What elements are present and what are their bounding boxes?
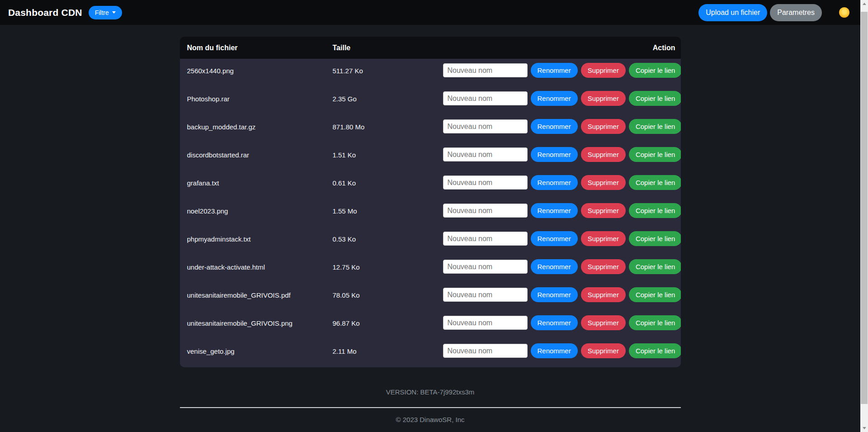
delete-button[interactable]: Supprimer [581, 175, 626, 190]
rename-button[interactable]: Renommer [531, 287, 578, 302]
copy-link-button[interactable]: Copier le lien [629, 343, 681, 358]
column-header-filename: Nom du fichier [180, 44, 333, 52]
file-size: 0.61 Ko [333, 175, 443, 189]
column-header-action: Action [443, 44, 681, 52]
rename-button[interactable]: Renommer [531, 231, 578, 246]
new-name-input[interactable] [443, 288, 528, 302]
table-row: noel2023.png 1.55 Mo Renommer Supprimer … [180, 199, 681, 227]
files-table: Nom du fichier Taille Action 2560x1440.p… [180, 37, 681, 367]
table-row: unitesanitairemobile_GRIVOIS.png 96.87 K… [180, 311, 681, 339]
file-name: unitesanitairemobile_GRIVOIS.pdf [180, 287, 333, 301]
table-row: 2560x1440.png 511.27 Ko Renommer Supprim… [180, 59, 681, 87]
arrow-down-icon [863, 427, 866, 429]
table-row: venise_geto.jpg 2.11 Mo Renommer Supprim… [180, 339, 681, 367]
delete-button[interactable]: Supprimer [581, 315, 626, 330]
filter-dropdown-button[interactable]: Filtre [89, 6, 122, 19]
copy-link-button[interactable]: Copier le lien [629, 203, 681, 218]
file-actions: Renommer Supprimer Copier le lien [443, 259, 681, 274]
copy-link-button[interactable]: Copier le lien [629, 315, 681, 330]
delete-button[interactable]: Supprimer [581, 343, 626, 358]
file-actions: Renommer Supprimer Copier le lien [443, 287, 681, 302]
rename-button[interactable]: Renommer [531, 259, 578, 274]
file-name: discordbotstarted.rar [180, 147, 333, 161]
new-name-input[interactable] [443, 344, 528, 358]
file-name: under-attack-activate.html [180, 259, 333, 273]
file-size: 2.35 Go [333, 91, 443, 104]
settings-button[interactable]: Parametres [770, 4, 822, 21]
scrollbar-up-arrow[interactable] [860, 0, 868, 8]
copy-link-button[interactable]: Copier le lien [629, 175, 681, 190]
copy-link-button[interactable]: Copier le lien [629, 119, 681, 134]
file-size: 1.51 Ko [333, 147, 443, 161]
rename-button[interactable]: Renommer [531, 175, 578, 190]
file-size: 1.55 Mo [333, 203, 443, 217]
copy-link-button[interactable]: Copier le lien [629, 63, 681, 78]
rename-button[interactable]: Renommer [531, 343, 578, 358]
delete-button[interactable]: Supprimer [581, 287, 626, 302]
delete-button[interactable]: Supprimer [581, 231, 626, 246]
file-actions: Renommer Supprimer Copier le lien [443, 343, 681, 358]
file-size: 511.27 Ko [333, 63, 443, 76]
new-name-input[interactable] [443, 119, 528, 133]
file-size: 12.75 Ko [333, 259, 443, 273]
file-size: 96.87 Ko [333, 315, 443, 329]
new-name-input[interactable] [443, 147, 528, 161]
table-header-row: Nom du fichier Taille Action [180, 37, 681, 59]
table-row: Photoshop.rar 2.35 Go Renommer Supprimer… [180, 87, 681, 115]
file-actions: Renommer Supprimer Copier le lien [443, 203, 681, 218]
copy-link-button[interactable]: Copier le lien [629, 287, 681, 302]
file-size: 78.05 Ko [333, 287, 443, 301]
copy-link-button[interactable]: Copier le lien [629, 91, 681, 106]
file-size: 2.11 Mo [333, 343, 443, 357]
delete-button[interactable]: Supprimer [581, 63, 626, 78]
rename-button[interactable]: Renommer [531, 315, 578, 330]
copy-link-button[interactable]: Copier le lien [629, 147, 681, 162]
file-actions: Renommer Supprimer Copier le lien [443, 147, 681, 162]
delete-button[interactable]: Supprimer [581, 147, 626, 162]
table-row: grafana.txt 0.61 Ko Renommer Supprimer C… [180, 171, 681, 199]
file-name: backup_modded.tar.gz [180, 119, 333, 133]
app-title: Dashboard CDN [8, 7, 82, 18]
new-name-input[interactable] [443, 204, 528, 218]
column-header-size: Taille [333, 44, 443, 52]
top-navbar: Dashboard CDN Filtre Upload un fichier P… [0, 0, 860, 25]
rename-button[interactable]: Renommer [531, 203, 578, 218]
copy-link-button[interactable]: Copier le lien [629, 231, 681, 246]
rename-button[interactable]: Renommer [531, 119, 578, 134]
file-actions: Renommer Supprimer Copier le lien [443, 231, 681, 246]
rename-button[interactable]: Renommer [531, 147, 578, 162]
sun-theme-icon[interactable] [839, 7, 849, 18]
scrollbar-thumb[interactable] [861, 12, 868, 404]
new-name-input[interactable] [443, 176, 528, 190]
table-row: phpmyadminstack.txt 0.53 Ko Renommer Sup… [180, 227, 681, 255]
upload-file-button[interactable]: Upload un fichier [698, 4, 767, 21]
file-actions: Renommer Supprimer Copier le lien [443, 175, 681, 190]
rename-button[interactable]: Renommer [531, 63, 578, 78]
new-name-input[interactable] [443, 232, 528, 246]
file-actions: Renommer Supprimer Copier le lien [443, 63, 681, 78]
file-name: grafana.txt [180, 175, 333, 189]
rename-button[interactable]: Renommer [531, 91, 578, 106]
file-name: 2560x1440.png [180, 63, 333, 76]
new-name-input[interactable] [443, 260, 528, 274]
scrollbar[interactable] [860, 0, 868, 432]
new-name-input[interactable] [443, 316, 528, 330]
copy-link-button[interactable]: Copier le lien [629, 259, 681, 274]
delete-button[interactable]: Supprimer [581, 91, 626, 106]
file-name: unitesanitairemobile_GRIVOIS.png [180, 315, 333, 329]
table-row: unitesanitairemobile_GRIVOIS.pdf 78.05 K… [180, 283, 681, 311]
arrow-up-icon [863, 3, 866, 5]
table-row: discordbotstarted.rar 1.51 Ko Renommer S… [180, 143, 681, 171]
table-row: backup_modded.tar.gz 871.80 Mo Renommer … [180, 115, 681, 143]
delete-button[interactable]: Supprimer [581, 259, 626, 274]
delete-button[interactable]: Supprimer [581, 119, 626, 134]
new-name-input[interactable] [443, 91, 528, 105]
file-size: 871.80 Mo [333, 119, 443, 133]
file-actions: Renommer Supprimer Copier le lien [443, 91, 681, 106]
new-name-input[interactable] [443, 63, 528, 77]
file-name: noel2023.png [180, 203, 333, 217]
file-name: venise_geto.jpg [180, 343, 333, 357]
delete-button[interactable]: Supprimer [581, 203, 626, 218]
scrollbar-down-arrow[interactable] [860, 424, 868, 432]
table-body: 2560x1440.png 511.27 Ko Renommer Supprim… [180, 59, 681, 367]
